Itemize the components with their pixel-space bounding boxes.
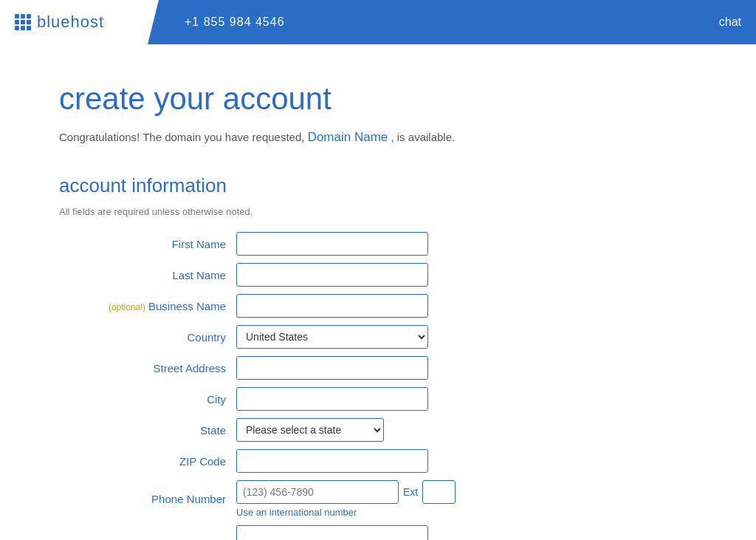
street-address-label: Street Address	[59, 362, 236, 375]
first-name-row: First Name	[59, 232, 532, 256]
bluehost-grid-icon	[15, 14, 31, 30]
email-block: *Your receipt will be sent to this addre…	[236, 525, 428, 540]
international-number-link[interactable]: Use an international number	[236, 507, 456, 518]
logo-section: bluehost	[0, 0, 148, 44]
ext-input[interactable]	[422, 480, 456, 504]
header-phone: +1 855 984 4546	[185, 16, 285, 29]
last-name-row: Last Name	[59, 263, 532, 287]
main-content: create your account Congratulations! The…	[0, 44, 591, 540]
zip-code-row: ZIP Code	[59, 449, 532, 473]
last-name-label: Last Name	[59, 269, 236, 281]
phone-number-input[interactable]	[236, 480, 399, 504]
phone-input-row: Ext	[236, 480, 456, 504]
business-name-row: (optional)Business Name	[59, 294, 532, 318]
state-label: State	[59, 424, 236, 437]
business-name-label: (optional)Business Name	[59, 300, 236, 312]
country-row: Country United States Canada United King…	[59, 325, 532, 349]
country-select[interactable]: United States Canada United Kingdom	[236, 325, 428, 349]
phone-block: Ext Use an international number	[236, 480, 456, 518]
email-address-input[interactable]	[236, 525, 428, 540]
fields-required-note: All fields are required unless otherwise…	[59, 206, 532, 217]
last-name-input[interactable]	[236, 263, 428, 287]
account-section-title: account information	[59, 174, 532, 197]
phone-number-row: Phone Number Ext Use an international nu…	[59, 480, 532, 518]
logo-text: bluehost	[37, 13, 104, 32]
domain-availability-message: Congratulations! The domain you have req…	[59, 130, 532, 145]
phone-number-label: Phone Number	[59, 493, 236, 505]
street-address-input[interactable]	[236, 356, 428, 380]
city-row: City	[59, 387, 532, 411]
email-address-label: *Email Address	[59, 538, 236, 541]
country-label: Country	[59, 331, 236, 344]
account-form: First Name Last Name (optional)Business …	[59, 232, 532, 540]
city-input[interactable]	[236, 387, 428, 411]
first-name-label: First Name	[59, 238, 236, 250]
zip-code-label: ZIP Code	[59, 455, 236, 468]
zip-code-input[interactable]	[236, 449, 428, 473]
optional-tag: (optional)	[109, 302, 145, 312]
header: bluehost +1 855 984 4546 chat	[0, 0, 756, 44]
domain-msg-post: , is available.	[391, 131, 455, 143]
city-label: City	[59, 393, 236, 406]
domain-msg-pre: Congratulations! The domain you have req…	[59, 131, 304, 143]
state-row: State Please select a state Alabama Alas…	[59, 418, 532, 442]
business-name-input[interactable]	[236, 294, 428, 318]
email-address-row: *Email Address *Your receipt will be sen…	[59, 525, 532, 540]
first-name-input[interactable]	[236, 232, 428, 256]
page-title: create your account	[59, 81, 532, 117]
street-address-row: Street Address	[59, 356, 532, 380]
state-select[interactable]: Please select a state Alabama Alaska Ari…	[236, 418, 384, 442]
domain-name: Domain Name	[308, 130, 388, 144]
chat-link[interactable]: chat	[719, 16, 741, 29]
ext-label: Ext	[403, 486, 418, 498]
